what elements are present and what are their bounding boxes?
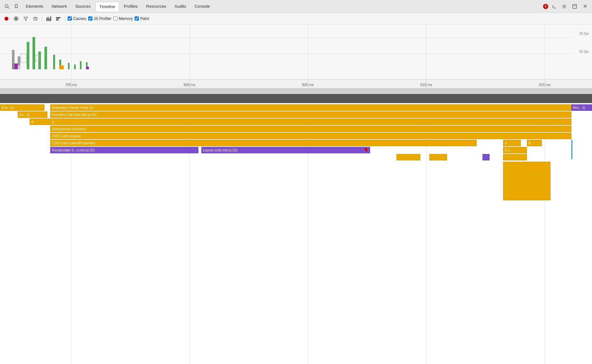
flame-row-5: CDS.Card.expand xyxy=(0,133,592,140)
separator-2 xyxy=(65,15,65,22)
fps-bar-11 xyxy=(80,61,81,69)
tab-network[interactable]: Network xyxy=(48,2,71,11)
memory-box-2 xyxy=(35,55,40,61)
fps-bar-gray-1 xyxy=(12,63,14,69)
fps-bar-9 xyxy=(68,63,70,69)
paint-label: Paint xyxy=(140,16,149,21)
svg-rect-20 xyxy=(50,16,51,21)
flame-block-d[interactable]: d xyxy=(30,119,53,125)
grid-v-5 xyxy=(545,24,545,79)
close-icon[interactable]: ✕ xyxy=(580,2,589,11)
clear-button[interactable] xyxy=(32,15,39,23)
js-profiler-checkbox-label[interactable]: JS Profiler xyxy=(88,16,111,21)
svg-rect-23 xyxy=(56,20,58,21)
device-icon[interactable] xyxy=(12,2,21,11)
flame-block-layout[interactable]: Layout (cds.min.js:32) xyxy=(201,147,370,153)
console-prompt-icon[interactable] xyxy=(549,2,559,11)
search-icon[interactable] xyxy=(3,2,12,11)
fps-bar-outline-1 xyxy=(18,65,20,69)
error-count-badge: 5 xyxy=(543,4,548,9)
svg-point-3 xyxy=(16,7,17,7)
paint-checkbox[interactable] xyxy=(135,16,139,21)
svg-rect-19 xyxy=(49,18,50,21)
tab-profiles[interactable]: Profiles xyxy=(120,2,141,11)
selection-bar[interactable] xyxy=(0,88,592,94)
flame-chart[interactable]: Eve...k) Animation Frame Fired (2) Rec..… xyxy=(0,103,592,364)
flame-row-2: Fu...2) Function Call (cds.min.js:32) xyxy=(0,111,592,119)
fps-30-label: 30 fps xyxy=(579,32,589,35)
record-button[interactable] xyxy=(3,15,10,23)
flame-chart-header xyxy=(0,94,592,103)
causes-label: Causes xyxy=(73,16,86,21)
svg-rect-10 xyxy=(15,18,17,20)
ruler-mark-805: 805 ms xyxy=(302,83,314,87)
expand-icon[interactable] xyxy=(570,2,579,11)
bar-chart-view-button[interactable] xyxy=(45,15,53,23)
flame-row-7: Recalculate S...s.min.js:32) Layout (cds… xyxy=(0,147,592,154)
flame-block-bottom-large[interactable] xyxy=(503,162,550,200)
flame-block-collect[interactable]: CDS.Card.collectProperties_ xyxy=(50,140,476,146)
tab-timeline[interactable]: Timeline xyxy=(95,2,119,11)
devtools-nav: Elements Network Sources Timeline Profil… xyxy=(0,0,592,13)
flame-block-fu2[interactable]: Fu...2) xyxy=(18,111,47,118)
flame-block-anonymous[interactable]: (anonymous function) xyxy=(50,126,571,132)
layout-thrash-indicator xyxy=(364,148,367,153)
settings-icon[interactable] xyxy=(560,2,569,11)
main-content: 30 fps 60 fps xyxy=(0,24,592,364)
svg-line-1 xyxy=(8,7,9,8)
svg-marker-11 xyxy=(24,17,28,21)
tab-sources[interactable]: Sources xyxy=(72,2,95,11)
flame-block-extra-3[interactable] xyxy=(503,154,527,160)
flame-block-evk[interactable]: Eve...k) xyxy=(0,104,44,111)
ruler-mark-800: 800 ms xyxy=(184,83,195,87)
memory-checkbox-label[interactable]: Memory xyxy=(113,16,133,21)
flame-block-recalculate[interactable]: Recalculate S...s.min.js:32) xyxy=(50,147,198,153)
fps-30-line xyxy=(0,37,573,38)
memory-checkbox[interactable] xyxy=(113,16,118,21)
js-profiler-label: JS Profiler xyxy=(94,16,111,21)
tab-elements[interactable]: Elements xyxy=(22,2,47,11)
fps-bar-purple-2 xyxy=(86,67,89,69)
filter-button[interactable] xyxy=(22,15,30,23)
flame-block-extra-purple[interactable] xyxy=(482,154,490,160)
svg-rect-21 xyxy=(56,17,61,18)
causes-checkbox-label[interactable]: Causes xyxy=(68,16,86,21)
js-profiler-checkbox[interactable] xyxy=(88,16,92,21)
tab-audits[interactable]: Audits xyxy=(171,2,190,11)
svg-rect-17 xyxy=(46,18,47,21)
flame-block-rec2[interactable]: Rec...2) xyxy=(571,104,592,111)
tab-console[interactable]: Console xyxy=(191,2,214,11)
grid-v-4 xyxy=(426,24,426,79)
flame-row-3: d a xyxy=(0,119,592,126)
memory-label: Memory xyxy=(119,16,133,21)
nav-right: 5 ✕ xyxy=(543,2,589,11)
flame-block-zv[interactable]: Z.v xyxy=(503,147,527,153)
flame-block-a-right-1[interactable]: a xyxy=(503,140,521,146)
fps-bar-3 xyxy=(27,42,29,69)
flame-row-6: CDS.Card.collectProperties_ a $ xyxy=(0,140,592,147)
grid-v-1 xyxy=(71,24,72,79)
ruler-mark-815: 815 ms xyxy=(539,83,550,87)
fps-bar-6 xyxy=(44,47,47,69)
stop-button[interactable] xyxy=(12,15,20,23)
flame-block-extra-2[interactable] xyxy=(429,154,447,160)
timeline-chart[interactable]: 30 fps 60 fps xyxy=(0,24,592,79)
flame-block-extra-1[interactable] xyxy=(396,154,420,160)
svg-point-0 xyxy=(5,5,8,7)
fps-bar-4 xyxy=(33,37,35,69)
paint-checkbox-label[interactable]: Paint xyxy=(135,16,149,21)
fps-bar-orange-1 xyxy=(59,65,64,69)
flame-view-button[interactable] xyxy=(54,15,62,23)
svg-rect-22 xyxy=(56,18,59,19)
fps-bar-7 xyxy=(53,55,55,69)
flame-block-a-1[interactable]: a xyxy=(50,119,571,125)
grid-v-3 xyxy=(308,24,308,79)
svg-rect-18 xyxy=(48,17,49,21)
causes-checkbox[interactable] xyxy=(68,16,72,21)
fps-60-line xyxy=(0,53,573,54)
flame-block-dollar[interactable]: $ xyxy=(527,140,542,146)
tab-resources[interactable]: Resources xyxy=(142,2,170,11)
flame-block-function-call[interactable]: Function Call (cds.min.js:32) xyxy=(50,111,571,118)
flame-block-expand[interactable]: CDS.Card.expand xyxy=(50,133,571,139)
flame-block-animation-frame[interactable]: Animation Frame Fired (2) xyxy=(50,104,571,111)
